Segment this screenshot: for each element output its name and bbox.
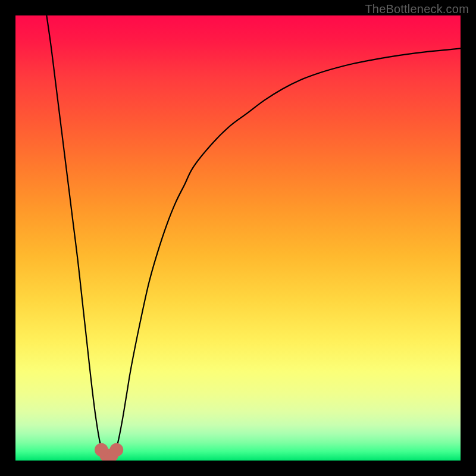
min-marker: [95, 443, 108, 457]
curve-overlay: [15, 15, 461, 461]
outer-frame: TheBottleneck.com: [0, 0, 476, 476]
bottleneck-curve: [46, 15, 461, 458]
attribution-watermark: TheBottleneck.com: [365, 2, 469, 16]
plot-area: [15, 15, 461, 461]
min-marker: [109, 443, 123, 457]
minimum-markers: [95, 443, 123, 461]
